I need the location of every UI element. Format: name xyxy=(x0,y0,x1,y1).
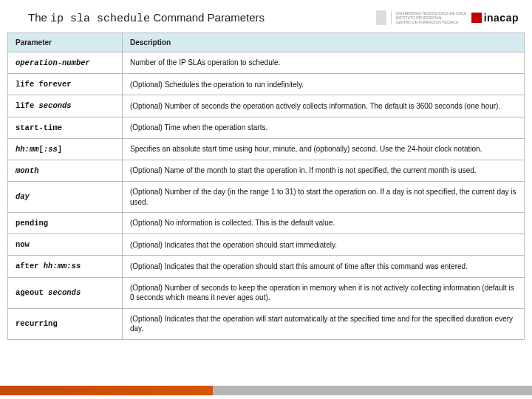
table-row: hh:mm[:ss]Specifies an absolute start ti… xyxy=(8,138,525,160)
desc-cell: (Optional) Indicates that the operation … xyxy=(123,234,525,256)
desc-cell: (Optional) No information is collected. … xyxy=(123,213,525,234)
param-cell: pending xyxy=(8,213,123,234)
header: The ip sla schedule Command Parameters U… xyxy=(0,0,532,30)
table-row: operation-numberNumber of the IP SLAs op… xyxy=(8,52,525,74)
param-cell: ageout seconds xyxy=(8,277,123,308)
table-row: now(Optional) Indicates that the operati… xyxy=(8,234,525,256)
table-row: pending(Optional) No information is coll… xyxy=(8,213,525,234)
table-row: recurring(Optional) Indicates that the o… xyxy=(8,308,525,339)
desc-cell: (Optional) Schedules the operation to ru… xyxy=(123,74,525,95)
param-cell: month xyxy=(8,160,123,181)
desc-cell: Number of the IP SLAs operation to sched… xyxy=(123,52,525,74)
param-cell: now xyxy=(8,234,123,256)
table-row: ageout seconds(Optional) Number of secon… xyxy=(8,277,525,308)
param-cell: life forever xyxy=(8,74,123,95)
university-text: UNIVERSIDAD TECNOLOGICA DE CHILE INSTITU… xyxy=(391,11,467,24)
param-cell: start-time xyxy=(8,117,123,138)
param-cell: recurring xyxy=(8,308,123,339)
desc-cell: Specifies an absolute start time using h… xyxy=(123,138,525,160)
university-shield-icon xyxy=(376,10,386,25)
param-cell: operation-number xyxy=(8,52,123,74)
page-title: The ip sla schedule Command Parameters xyxy=(28,11,265,25)
table-row: month(Optional) Name of the month to sta… xyxy=(8,160,525,181)
title-post: Command Parameters xyxy=(150,11,265,24)
table-row: life forever(Optional) Schedules the ope… xyxy=(8,74,525,95)
param-cell: hh:mm[:ss] xyxy=(8,138,123,160)
col-parameter: Parameter xyxy=(8,33,123,52)
inacap-text: inacap xyxy=(484,12,519,24)
table-row: after hh:mm:ss(Optional) Indicates that … xyxy=(8,256,525,277)
col-description: Description xyxy=(123,33,525,52)
logo-area: UNIVERSIDAD TECNOLOGICA DE CHILE INSTITU… xyxy=(376,10,519,25)
desc-cell: (Optional) Number of the day (in the ran… xyxy=(123,182,525,213)
inacap-logo: inacap xyxy=(471,12,519,24)
parameters-table: Parameter Description operation-numberNu… xyxy=(7,33,525,340)
table-row: start-time(Optional) Time when the opera… xyxy=(8,117,525,138)
desc-cell: (Optional) Number of seconds the operati… xyxy=(123,95,525,117)
title-command: ip sla schedule xyxy=(50,13,150,25)
footer-stripe xyxy=(0,386,532,395)
table-header-row: Parameter Description xyxy=(8,33,525,52)
table-row: day(Optional) Number of the day (in the … xyxy=(8,182,525,213)
title-pre: The xyxy=(28,11,50,24)
table-row: life seconds(Optional) Number of seconds… xyxy=(8,95,525,117)
param-cell: life seconds xyxy=(8,95,123,117)
param-cell: after hh:mm:ss xyxy=(8,256,123,277)
desc-cell: (Optional) Time when the operation start… xyxy=(123,117,525,138)
desc-cell: (Optional) Number of seconds to keep the… xyxy=(123,277,525,308)
param-cell: day xyxy=(8,182,123,213)
inacap-square-icon xyxy=(471,13,482,23)
desc-cell: (Optional) Indicates that the operation … xyxy=(123,256,525,277)
desc-cell: (Optional) Indicates that the operation … xyxy=(123,308,525,339)
desc-cell: (Optional) Name of the month to start th… xyxy=(123,160,525,181)
